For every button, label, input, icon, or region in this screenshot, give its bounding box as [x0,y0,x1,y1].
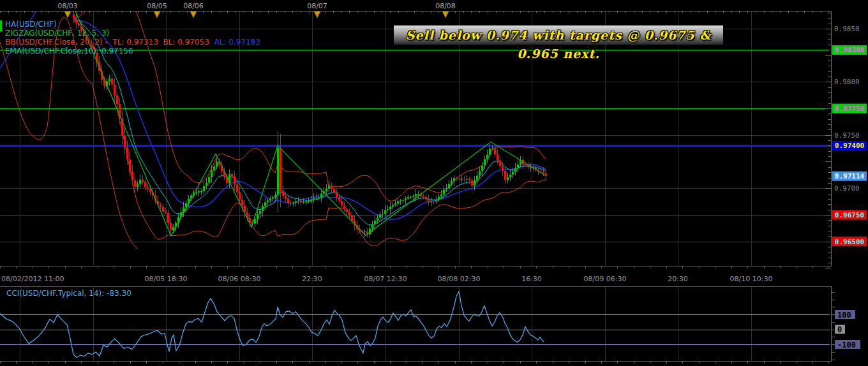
main-bottom-axis: 08/02/2012 11:0008/05 18:3008/06 08:3022… [0,266,832,283]
svg-text:0.97750: 0.97750 [835,105,864,113]
legend-ema: EMA(USD/CHF.Close,10): 0.97156 [5,47,133,55]
session-marker-icon [154,11,160,18]
top-axis: 08/0308/0508/0608/0708/08 [0,2,832,18]
svg-text:0.9850: 0.9850 [834,25,860,33]
svg-text:0.9700: 0.9700 [834,184,860,193]
svg-text:22:30: 22:30 [302,275,322,283]
svg-text:08/02/2012 11:00: 08/02/2012 11:00 [1,275,64,283]
svg-text:08/06: 08/06 [183,2,204,10]
legend-bollinger-values: BB(USD/CHF.Close, 20, 2) - TL: 0.97313 B… [5,38,214,47]
svg-text:0: 0 [837,325,842,334]
svg-text:08/03: 08/03 [57,2,78,10]
trade-annotation: Sell below 0.974 with targets @ 0.9675 &… [394,26,723,45]
legend-ha: HA(USD/CHF) [5,20,57,29]
cci-line [0,291,544,357]
legend-zigzag: ZIGZAG(USD/CHF, 12, 5, 3) [5,29,109,38]
svg-text:16:30: 16:30 [521,275,542,283]
svg-text:0.9800: 0.9800 [834,78,860,86]
svg-text:08/05: 08/05 [147,2,167,10]
main-right-axis: 0.98500.98000.97500.97000.983000.977500.… [825,11,867,268]
session-marker-icon [442,11,449,18]
svg-text:08/08: 08/08 [435,2,456,10]
cci-panel: 1000-100 [0,286,860,363]
svg-text:08/07 12:30: 08/07 12:30 [364,275,407,283]
svg-text:08/08 02:30: 08/08 02:30 [438,275,481,283]
svg-text:0.96750: 0.96750 [835,211,864,219]
session-marker-icon [314,11,320,18]
svg-text:0.98300: 0.98300 [835,46,864,54]
svg-text:0.9750: 0.9750 [834,131,860,140]
svg-text:08/10 10:30: 08/10 10:30 [730,275,773,283]
trading-chart-window: 08/0308/0508/0608/0708/0808/02/2012 11:0… [0,0,868,366]
svg-text:08/09 06:30: 08/09 06:30 [584,275,627,283]
svg-text:0.96500: 0.96500 [835,238,864,246]
ema-line [73,20,546,225]
svg-text:08/05 18:30: 08/05 18:30 [145,275,188,283]
legend-bollinger-avg: AL: 0.97183 [214,38,260,47]
svg-text:0.97400: 0.97400 [835,142,864,150]
session-marker-icon [64,11,71,18]
svg-text:0.97114: 0.97114 [835,172,865,180]
svg-text:-100: -100 [837,340,856,349]
session-marker-icon [190,11,197,18]
cci-indicator-label: CCI(USD/CHF.Typical, 14): -83.30 [6,289,131,298]
svg-text:08/07: 08/07 [307,2,327,10]
svg-text:20:30: 20:30 [668,275,688,283]
legend-bollinger: BB(USD/CHF.Close, 20, 2) - TL: 0.97313 B… [5,38,260,47]
svg-text:08/06 08:30: 08/06 08:30 [218,275,261,283]
svg-text:100: 100 [837,311,851,319]
